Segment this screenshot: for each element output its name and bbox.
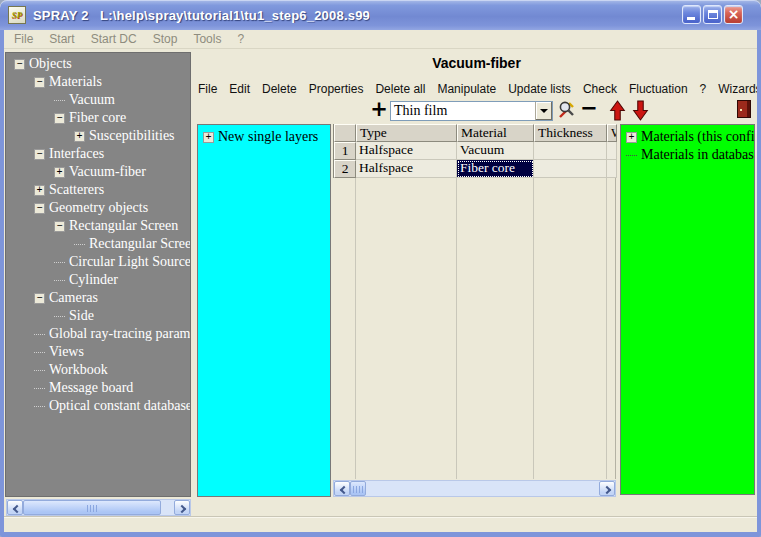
expand-icon[interactable]: +: [203, 132, 214, 143]
column-header-w[interactable]: W: [607, 124, 617, 142]
cell-w[interactable]: [607, 160, 617, 178]
tree-item-rectangular-screen[interactable]: −Rectangular Screen: [6, 217, 190, 235]
scrollbar-thumb[interactable]: [23, 500, 161, 515]
tree-item-workbook[interactable]: Workbook: [6, 361, 190, 379]
table-row: 2HalfspaceFiber core: [334, 160, 616, 178]
scroll-left-button[interactable]: [334, 481, 350, 496]
menu-item-delete[interactable]: Delete: [262, 82, 297, 96]
close-button[interactable]: ×: [724, 5, 743, 24]
row-number-cell[interactable]: 2: [334, 160, 356, 178]
collapse-icon[interactable]: −: [54, 221, 65, 232]
collapse-icon[interactable]: −: [34, 203, 45, 214]
menu-item-file[interactable]: File: [14, 32, 33, 46]
column-header-material[interactable]: Material: [457, 124, 534, 142]
tree-item-scatterers[interactable]: +Scatterers: [6, 181, 190, 199]
tree-item-global-ray-tracing-paramete[interactable]: Global ray-tracing paramete: [6, 325, 190, 343]
menu-item-fluctuation[interactable]: Fluctuation: [629, 82, 688, 96]
menu-item-start-dc[interactable]: Start DC: [91, 32, 137, 46]
expand-icon[interactable]: +: [626, 132, 637, 143]
leaf-connector: [54, 262, 65, 263]
menu-item-properties[interactable]: Properties: [309, 82, 364, 96]
menu-item-help[interactable]: ?: [237, 32, 244, 46]
scroll-left-button[interactable]: [7, 500, 23, 515]
exit-door-icon[interactable]: [737, 100, 751, 118]
cell-material[interactable]: Vacuum: [457, 142, 534, 160]
menu-item-tools[interactable]: Tools: [193, 32, 221, 46]
tree-item-label: Views: [49, 344, 84, 360]
tree-item-rectangular-screen[interactable]: Rectangular Screen: [6, 235, 190, 253]
tree-item-cameras[interactable]: −Cameras: [6, 289, 190, 307]
scrollbar-track[interactable]: [366, 481, 599, 496]
tree-item-objects[interactable]: −Objects: [6, 55, 190, 73]
tree-item-vacuum[interactable]: Vacuum: [6, 91, 190, 109]
minimize-button[interactable]: [682, 5, 701, 24]
scrollbar-thumb[interactable]: [350, 481, 366, 496]
layer-type-value: Thin film: [391, 102, 535, 120]
menu-item-help[interactable]: ?: [700, 82, 707, 96]
collapse-icon[interactable]: −: [54, 113, 65, 124]
tree-item-materials[interactable]: −Materials: [6, 73, 190, 91]
scroll-right-button[interactable]: [599, 481, 615, 496]
menu-item-update-lists[interactable]: Update lists: [508, 82, 571, 96]
tree-item-new-single-layers[interactable]: +New single layers: [198, 128, 330, 146]
title-bar[interactable]: SP SPRAY 2 L:\help\spray\tutorial1\tu1_s…: [0, 0, 761, 30]
row-number-cell[interactable]: 1: [334, 142, 356, 160]
collapse-icon[interactable]: −: [14, 59, 25, 70]
cell-thickness[interactable]: [534, 160, 607, 178]
collapse-icon[interactable]: −: [34, 293, 45, 304]
cell-thickness[interactable]: [534, 142, 607, 160]
layer-table: TypeMaterialThicknessW1HalfspaceVacuum2H…: [333, 124, 616, 178]
move-down-arrow-icon[interactable]: [632, 100, 649, 121]
scroll-right-button[interactable]: [174, 500, 190, 515]
magnifier-wrench-icon[interactable]: [557, 100, 576, 120]
window-border-bottom: [0, 532, 761, 537]
table-hscrollbar[interactable]: [333, 480, 616, 497]
tree-item-susceptibilities[interactable]: +Susceptibilities: [6, 127, 190, 145]
scrollbar-track[interactable]: [161, 500, 174, 515]
tree-item-views[interactable]: Views: [6, 343, 190, 361]
column-header-type[interactable]: Type: [356, 124, 457, 142]
column-header-thickness[interactable]: Thickness: [534, 124, 607, 142]
cell-w[interactable]: [607, 142, 617, 160]
leaf-connector: [54, 280, 65, 281]
tree-item-interfaces[interactable]: −Interfaces: [6, 145, 190, 163]
cell-material[interactable]: Fiber core: [457, 160, 534, 178]
tree-item-materials-this-configura[interactable]: +Materials (this configura: [621, 128, 754, 146]
menu-item-edit[interactable]: Edit: [229, 82, 250, 96]
tree-item-side[interactable]: Side: [6, 307, 190, 325]
menu-item-check[interactable]: Check: [583, 82, 617, 96]
tree-item-materials-in-database[interactable]: Materials in database: [621, 146, 754, 164]
tree-item-geometry-objects[interactable]: −Geometry objects: [6, 199, 190, 217]
tree-item-message-board[interactable]: Message board: [6, 379, 190, 397]
expand-icon[interactable]: +: [34, 185, 45, 196]
collapse-icon[interactable]: −: [34, 77, 45, 88]
menu-item-stop[interactable]: Stop: [153, 32, 178, 46]
tree-item-cylinder[interactable]: Cylinder: [6, 271, 190, 289]
expand-icon[interactable]: +: [54, 167, 65, 178]
tree-item-vacuum-fiber[interactable]: +Vacuum-fiber: [6, 163, 190, 181]
layer-type-combobox[interactable]: Thin film: [390, 101, 553, 121]
remove-layer-button[interactable]: −: [580, 99, 598, 121]
leaf-connector: [626, 155, 637, 156]
tree-item-circular-light-source[interactable]: Circular Light Source: [6, 253, 190, 271]
menu-item-wizards[interactable]: Wizards: [718, 82, 757, 96]
cell-type[interactable]: Halfspace: [356, 160, 457, 178]
status-bar: [4, 516, 757, 533]
collapse-icon[interactable]: −: [34, 149, 45, 160]
menu-item-manipulate[interactable]: Manipulate: [437, 82, 496, 96]
expand-icon[interactable]: +: [74, 131, 85, 142]
menu-item-file[interactable]: File: [198, 82, 217, 96]
tree-item-optical-constant-database[interactable]: Optical constant database: [6, 397, 190, 415]
chevron-down-icon[interactable]: [535, 102, 552, 120]
editor-panel-title: Vacuum-fiber: [196, 55, 757, 74]
tree-item-fiber-core[interactable]: −Fiber core: [6, 109, 190, 127]
menu-item-delete-all[interactable]: Delete all: [375, 82, 425, 96]
object-tree-hscrollbar[interactable]: [6, 499, 191, 516]
add-layer-button[interactable]: +: [369, 99, 389, 121]
leaf-connector: [34, 370, 45, 371]
tree-item-label: New single layers: [218, 129, 318, 145]
maximize-button[interactable]: [703, 5, 722, 24]
cell-type[interactable]: Halfspace: [356, 142, 457, 160]
menu-item-start[interactable]: Start: [49, 32, 74, 46]
move-up-arrow-icon[interactable]: [609, 100, 626, 121]
